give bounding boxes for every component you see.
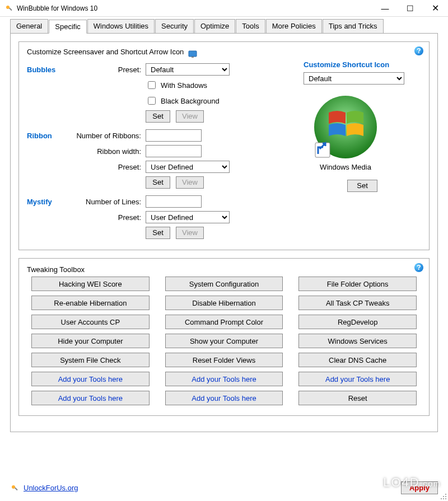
with-shadows-checkbox[interactable]: With Shadows bbox=[146, 79, 207, 91]
toolbox-button-11[interactable]: Windows Services bbox=[298, 334, 417, 348]
svg-point-12 bbox=[445, 496, 446, 497]
mystify-preset-label: Preset: bbox=[72, 213, 146, 222]
toolbox-button-19[interactable]: Add your Tools here bbox=[165, 391, 283, 405]
mystify-preset-select[interactable]: User Defined bbox=[146, 211, 230, 223]
ribbon-label: Ribbon bbox=[27, 132, 72, 140]
titlebar: WinBubble for Windows 10 — ☐ ✕ bbox=[0, 0, 448, 17]
minimize-button[interactable]: — bbox=[372, 0, 398, 17]
windows-media-icon bbox=[312, 93, 379, 161]
group-tweaking-toolbox: Tweaking Toolbox ? Hacking WEI ScoreSyst… bbox=[18, 258, 430, 416]
bubbles-preset-label: Preset: bbox=[72, 65, 146, 74]
toolbox-button-16[interactable]: Add your Tools here bbox=[165, 372, 283, 386]
shortcut-set-button[interactable]: Set bbox=[347, 180, 377, 192]
svg-point-14 bbox=[443, 498, 444, 499]
tab-specific[interactable]: Specific bbox=[49, 20, 87, 34]
svg-point-15 bbox=[445, 498, 446, 499]
toolbox-button-1[interactable]: System Configuration bbox=[165, 277, 283, 291]
tab-windows-utilities[interactable]: Windows Utilities bbox=[87, 19, 155, 33]
black-background-checkbox[interactable]: Black Background bbox=[146, 95, 220, 106]
mystify-num-input[interactable] bbox=[146, 195, 202, 208]
shortcut-icon-preview: Windows Media bbox=[304, 85, 388, 180]
toolbox-title: Tweaking Toolbox bbox=[27, 265, 85, 274]
svg-point-10 bbox=[445, 494, 446, 495]
tab-optimize[interactable]: Optimize bbox=[194, 19, 235, 33]
toolbox-grid: Hacking WEI ScoreSystem ConfigurationFil… bbox=[27, 274, 421, 408]
tab-panel-specific: Customize Screensaver and Shortcut Arrow… bbox=[10, 33, 438, 432]
screensaver-icon bbox=[188, 50, 197, 59]
toolbox-button-0[interactable]: Hacking WEI Score bbox=[31, 277, 150, 291]
tab-general[interactable]: General bbox=[10, 19, 48, 33]
window-title: WinBubble for Windows 10 bbox=[17, 4, 372, 12]
toolbox-button-17[interactable]: Add your Tools here bbox=[298, 372, 417, 386]
ribbon-num-input[interactable] bbox=[146, 129, 202, 142]
ribbon-width-input[interactable] bbox=[146, 145, 202, 157]
unlockforus-link[interactable]: UnlockForUs.org bbox=[24, 484, 78, 492]
toolbox-button-4[interactable]: Disable Hibernation bbox=[165, 296, 283, 310]
svg-point-13 bbox=[441, 498, 442, 499]
shortcut-caption: Windows Media bbox=[320, 163, 371, 171]
resize-grip[interactable] bbox=[439, 492, 447, 500]
group-title: Customize Screensaver and Shortcut Arrow… bbox=[27, 48, 184, 56]
group-screensaver-shortcut: Customize Screensaver and Shortcut Arrow… bbox=[18, 41, 430, 250]
bubbles-view-button[interactable]: View bbox=[176, 110, 204, 123]
mystify-num-label: Number of Lines: bbox=[72, 198, 146, 206]
toolbox-button-5[interactable]: All Task CP Tweaks bbox=[298, 296, 417, 310]
ribbon-preset-label: Preset: bbox=[72, 163, 146, 171]
tab-bar: General Specific Windows Utilities Secur… bbox=[0, 17, 448, 33]
toolbox-button-6[interactable]: User Accounts CP bbox=[31, 315, 150, 329]
toolbox-button-2[interactable]: File Folder Options bbox=[298, 277, 417, 291]
close-button[interactable]: ✕ bbox=[423, 0, 448, 17]
maximize-button[interactable]: ☐ bbox=[398, 0, 423, 17]
toolbox-button-3[interactable]: Re-enable Hibernation bbox=[31, 296, 150, 310]
bubbles-preset-select[interactable]: Default bbox=[146, 63, 230, 76]
app-icon-small bbox=[10, 484, 19, 493]
ribbon-num-label: Number of Ribbons: bbox=[72, 132, 146, 140]
tab-tips-tricks[interactable]: Tips and Tricks bbox=[323, 19, 384, 33]
toolbox-button-20[interactable]: Reset bbox=[298, 391, 417, 405]
app-icon bbox=[4, 4, 13, 13]
svg-rect-4 bbox=[192, 57, 194, 58]
toolbox-button-15[interactable]: Add your Tools here bbox=[31, 372, 150, 386]
tab-tools[interactable]: Tools bbox=[236, 19, 265, 33]
ribbon-view-button[interactable]: View bbox=[176, 176, 204, 189]
toolbox-button-8[interactable]: RegDevelop bbox=[298, 315, 417, 329]
toolbox-button-14[interactable]: Clear DNS Cache bbox=[298, 353, 417, 367]
toolbox-button-9[interactable]: Hide your Computer bbox=[31, 334, 150, 348]
ribbon-preset-select[interactable]: User Defined bbox=[146, 161, 230, 173]
mystify-label: Mystify bbox=[27, 198, 72, 206]
mystify-view-button[interactable]: View bbox=[176, 227, 204, 239]
ribbon-set-button[interactable]: Set bbox=[146, 176, 170, 189]
ribbon-width-label: Ribbon width: bbox=[72, 147, 146, 156]
bubbles-set-button[interactable]: Set bbox=[146, 110, 170, 123]
shortcut-title: Customize Shortcut Icon bbox=[304, 60, 421, 69]
toolbox-button-18[interactable]: Add your Tools here bbox=[31, 391, 150, 405]
mystify-set-button[interactable]: Set bbox=[146, 227, 170, 239]
help-icon[interactable]: ? bbox=[414, 263, 423, 272]
tab-more-policies[interactable]: More Policies bbox=[266, 19, 322, 33]
toolbox-button-13[interactable]: Reset Folder Views bbox=[165, 353, 283, 367]
footer: UnlockForUs.org Apply bbox=[10, 481, 438, 494]
toolbox-button-12[interactable]: System File Check bbox=[31, 353, 150, 367]
svg-point-11 bbox=[443, 496, 444, 497]
toolbox-button-7[interactable]: Command Prompt Color bbox=[165, 315, 283, 329]
shortcut-select[interactable]: Default bbox=[304, 72, 404, 85]
tab-security[interactable]: Security bbox=[155, 19, 194, 33]
svg-rect-3 bbox=[189, 51, 197, 57]
toolbox-button-10[interactable]: Show your Computer bbox=[165, 334, 283, 348]
bubbles-label: Bubbles bbox=[27, 65, 72, 74]
help-icon[interactable]: ? bbox=[414, 46, 423, 55]
apply-button[interactable]: Apply bbox=[401, 481, 438, 494]
